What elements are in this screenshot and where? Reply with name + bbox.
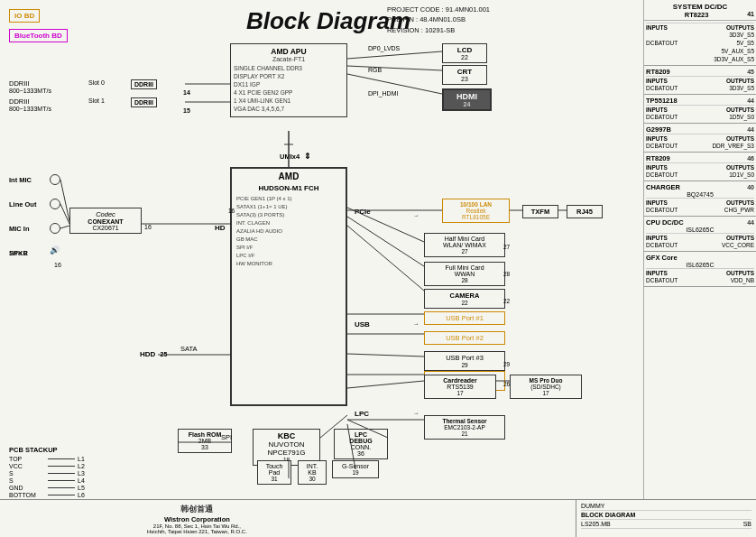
ddriii2-box: DDRIII [131,97,157,107]
cardreader-block: Cardreader RTS5139 17 [424,375,496,399]
bt-bd-label: BlueTooth BD [9,29,68,42]
lcd-block: LCD 22 [442,43,487,63]
io-bd-label: IO BD [9,9,40,23]
kbc-brand: NUVOTON [255,440,318,449]
thermal-num: 21 [427,431,502,437]
lpc-debug-block: LPC DEBUG CONN. 36 [334,429,388,459]
svg-line-24 [60,226,69,228]
hdmi-num: 24 [446,101,488,107]
usb-port1-block: USB Port #1 [424,311,505,325]
usb-port2-title: USB Port #2 [427,334,502,342]
bottom-doc-title-row: BLOCK DIAGRAM [581,511,751,520]
hdmi-title: HDMI [446,92,488,101]
dpi-hdmi-label: DPI_HDMI [368,90,398,97]
cpu-dcdc-section: CPU DC/DC 44 ISL6265C INPUTS OUTPUTS DCB… [644,217,756,252]
bottom-bar: 韩创首通 Wistron Corporation 21F, No. 88, Se… [0,499,756,537]
mspro-sdsdio: (SD/SDHC) [512,384,579,390]
lcd-title: LCD [445,46,484,54]
lan-block: 10/100 LAN Realtek RTL8105E [442,199,510,223]
lpc-label: LPC [355,410,369,418]
int-kb-block: INT. KB 30 [298,460,327,485]
rt8223-row1: 3D3V_S5 [646,31,754,39]
half-mini-num: 27 [427,248,502,255]
svg-line-9 [347,226,424,291]
gsensor-block: G-Sensor 19 [332,460,379,478]
kbc-title: KBC [255,431,318,440]
mspro-num: 17 [512,390,579,396]
thermal-block: Thermal Sensor EMC2103-2-AP 21 [424,415,505,440]
layer-line-6 [48,495,75,495]
bottom-addr2: Hsichih, Taipei Hsien 221, Taiwan, R.O.C… [147,529,247,534]
codec-num: 16 [144,224,152,230]
ddriii2-label: DDRIII 800~1333MT/s [9,97,51,112]
ddriii1-num: 14 [183,89,190,96]
usb-arrow: → [413,320,419,327]
line-out-label: Line Out [9,200,36,208]
sheet-label: SB [743,521,751,527]
kbc-model: NPCE791G [255,449,318,457]
camera-title: CAMERA [428,292,502,300]
int-kb-title: INT. [300,463,324,469]
crt-num: 23 [445,76,484,82]
pcie-arrow: → [413,212,419,218]
half-mini-title: Half Mini Card [427,236,502,242]
layer-line-2 [48,466,75,467]
svg-line-8 [347,217,424,266]
layer-row-5: GND L5 [9,485,85,491]
project-code-row: PROJECT CODE : 91.4MN01.001 [387,5,490,14]
spkr-spec: 1W x 2 [9,250,27,256]
flash-num: 33 [180,444,229,450]
usb-label: USB [355,320,370,329]
lan-model: RTL8105E [445,214,507,220]
right-panel-title: SYSTEM DC/DC RT8223 41 [644,0,756,21]
hub-model: HUDSON-M1 FCH [232,181,346,192]
apu-title: AMD APU [234,47,344,56]
ddriii2-spec: 800~1333MT/s [9,106,51,112]
wlan-wimax-label: WLAN/ WIMAX [427,242,502,248]
project-info: PROJECT CODE : 91.4MN01.001 PCB P/N : 48… [387,5,490,35]
rt8223-row3: 5V_AUX_S5 [646,47,754,55]
spi-label-main: SPI [221,433,232,441]
revision-value: 10291-SB [425,26,455,34]
debug-conn-title: DEBUG [337,438,385,444]
revision-row: REVISION : 10291-SB [387,25,490,35]
codec-block: Codec CONEXANT CX20671 [69,208,142,234]
svg-line-22 [60,180,69,221]
ddriii1-box: DDRIII [131,79,157,89]
usb3-n: 29 [503,361,510,367]
gfx-sub: ISL6265C [646,262,754,268]
layer-row-2: VCC L2 [9,463,85,469]
bottom-company: Wistron Corporation [164,515,230,523]
bottom-left: 韩创首通 Wistron Corporation 21F, No. 88, Se… [0,500,576,537]
full-mini-n: 28 [503,271,510,277]
usb-port3-title: USB Port #3 [427,354,502,362]
touch-num: 31 [260,476,289,482]
hdmi-block: HDMI 24 [442,88,492,111]
ddriii2-slot: Slot 1 [88,97,105,104]
codec-brand: CONEXANT [72,218,139,225]
line-out-circle [50,199,60,209]
mic-in-circle [50,223,60,234]
g2997b-section: G2997B 44 INPUTS OUTPUTS DCBATOUT DDR_VR… [644,124,756,153]
rt8209-46-section: RT8209 46 INPUTS OUTPUTS DCBATOUT 1D1V_S… [644,153,756,181]
bottom-logo-zh: 韩创首通 [180,504,213,515]
codec-title: Codec [72,210,139,218]
layer-row-4: S L4 [9,477,85,484]
lcd-num: 22 [445,54,484,60]
camera-num: 22 [428,300,502,306]
layer-row-1: TOP L1 [9,456,85,462]
rgb-label: RGB [368,67,382,73]
gsensor-title: G-Sensor [335,463,376,469]
pcb-pn-label: PCB P/N : [387,15,418,23]
debug-num: 36 [337,450,385,457]
touch-pad-block: Touch Pad 31 [257,460,291,485]
ddriii2-num: 15 [183,107,190,114]
camera-n: 22 [503,298,510,304]
right-panel: SYSTEM DC/DC RT8223 41 INPUTS OUTPUTS 3D… [643,0,756,537]
gfx-core-section: GFX Core ISL6265C INPUTS OUTPUTS DCBATOU… [644,252,756,287]
amd-apu-block: AMD APU Zacate-FT1 SINGLE CHANNEL DDR3 D… [230,43,347,117]
pcb-pn-value: 48.4MN01.0SB [419,15,466,23]
layer-line-3 [48,473,75,474]
ddriii1-name: DDRIII [9,79,51,88]
int-kb-num: 30 [300,476,324,482]
